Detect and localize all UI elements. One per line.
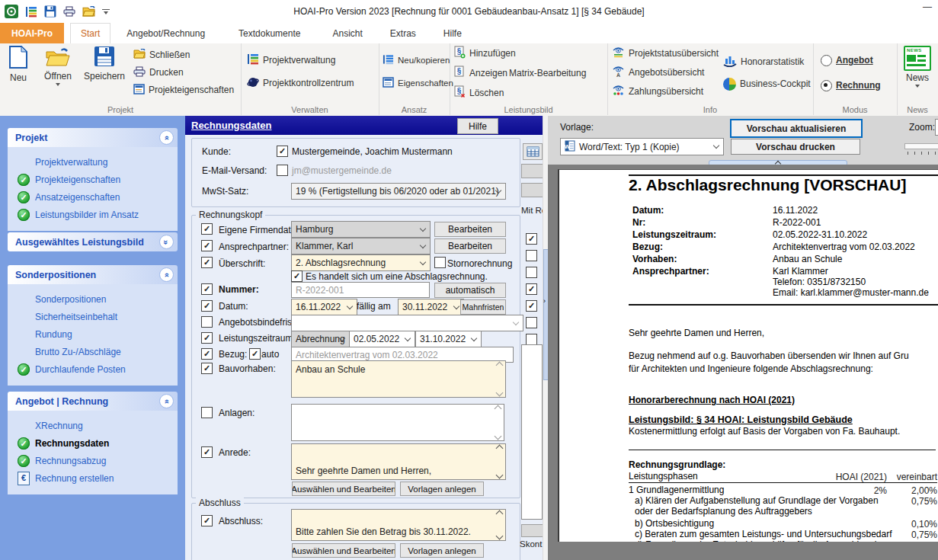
ueberschrift-select[interactable]: 2. Abschlagsrechnung xyxy=(291,254,431,271)
angebotsbindefrist-checkbox[interactable] xyxy=(201,316,213,328)
collapse-chevron-icon[interactable]: » xyxy=(159,394,174,408)
sidebar-item-rechnung-erstellen[interactable]: Rechnung erstellen xyxy=(8,469,178,487)
tab-start[interactable]: Start xyxy=(70,23,110,43)
vorschau-drucken-button[interactable]: Vorschau drucken xyxy=(731,139,860,155)
anzeigen-button[interactable]: § Anzeigen xyxy=(454,66,507,80)
loeschen-button[interactable]: § Löschen xyxy=(454,86,504,100)
bezug-checkbox[interactable] xyxy=(201,348,213,360)
sidebar-item-brutto[interactable]: Brutto Zu-/Abschläge xyxy=(8,343,178,360)
sidebar-item-leistungsbilder[interactable]: Leistungsbilder im Ansatz xyxy=(8,206,178,223)
eigenschaften-button[interactable]: Eigenschaften xyxy=(383,76,453,90)
sidebar-item-durchlaufende-posten[interactable]: Durchlaufende Posten xyxy=(8,360,178,378)
abschlagsrechnung-checkbox[interactable] xyxy=(291,270,303,282)
leistungszeitraum-checkbox[interactable] xyxy=(201,332,213,344)
modus-rechnung-radio[interactable]: Rechnung xyxy=(821,78,881,92)
abschluss-textarea[interactable]: Bitte zahlen Sie den Betrag bis 30.11.20… xyxy=(291,509,506,541)
tab-hilfe[interactable]: Hilfe xyxy=(434,23,472,43)
projektkontrollzentrum-button[interactable]: Projektkontrollzentrum xyxy=(247,76,354,90)
mit-rechnung-checkbox[interactable] xyxy=(526,233,537,245)
nummer-checkbox[interactable] xyxy=(201,283,213,295)
automatisch-button[interactable]: automatisch xyxy=(434,283,506,298)
angebotsbindefrist-select[interactable] xyxy=(291,315,523,331)
tab-extras[interactable]: Extras xyxy=(380,23,426,43)
modus-angebot-radio[interactable]: Angebot xyxy=(821,53,873,67)
tab-textdokumente[interactable]: Textdokumente xyxy=(229,23,310,43)
ansprechpartner-checkbox[interactable] xyxy=(201,240,213,251)
zeitraum-von-select[interactable]: 02.05.2022 xyxy=(349,331,415,347)
hilfe-button[interactable]: Hilfe xyxy=(457,118,498,134)
nummer-input[interactable]: R-2022-001 xyxy=(291,282,430,298)
projektverwaltung-button[interactable]: Projektverwaltung xyxy=(247,53,335,67)
anrede-auswaehlen-button[interactable]: Auswählen und Bearbeiten xyxy=(292,482,395,496)
sidebar-section-header[interactable]: Angebot | Rechnung » xyxy=(8,392,178,411)
bauvorhaben-textarea[interactable]: Anbau an Schule xyxy=(291,360,506,398)
scroll-arrows[interactable] xyxy=(494,406,502,439)
hinzufuegen-button[interactable]: § Hinzufügen xyxy=(454,46,516,60)
mwst-select[interactable]: 19 % (Fertigstellung bis 06/2020 oder ab… xyxy=(291,183,506,200)
schliessen-button[interactable]: Schließen xyxy=(133,48,190,62)
customize-quickaccess-icon[interactable] xyxy=(102,9,110,14)
sidebar-item-xrechnung[interactable]: XRechnung xyxy=(8,417,178,434)
mit-rechnung-checkbox[interactable] xyxy=(526,317,537,328)
zeitraum-bis-select[interactable]: 31.10.2022 xyxy=(415,331,482,347)
email-versand-checkbox[interactable] xyxy=(277,165,288,176)
tab-ansicht[interactable]: Ansicht xyxy=(322,23,372,43)
mit-rechnung-checkbox[interactable] xyxy=(526,334,537,345)
kunde-checkbox[interactable] xyxy=(277,146,288,157)
side-listbox[interactable] xyxy=(521,344,543,520)
zoom-input[interactable] xyxy=(935,119,938,136)
sidebar-section-header[interactable]: Sonderpositionen » xyxy=(8,265,178,284)
projekteigenschaften-button[interactable]: Projekteigenschaften xyxy=(133,83,234,97)
bauvorhaben-checkbox[interactable] xyxy=(201,363,213,374)
sidebar-item-sonderpositionen[interactable]: Sonderpositionen xyxy=(8,290,178,308)
angebotsuebersicht-button[interactable]: A Angebotsübersicht xyxy=(612,66,704,79)
zeitraum-modus-select[interactable]: Abrechnung xyxy=(291,331,350,347)
kunden-tabelle-button[interactable] xyxy=(523,143,543,160)
oeffnen-button[interactable]: Öffnen xyxy=(38,46,78,86)
neu-button[interactable]: Neu xyxy=(2,46,35,83)
project-list-icon[interactable] xyxy=(25,6,37,18)
honorarstatistik-button[interactable]: Honorarstatistik xyxy=(723,55,804,69)
sidebar-item-rechnungsabzug[interactable]: Rechnungsabzug xyxy=(8,452,178,469)
radio-icon[interactable] xyxy=(821,55,832,66)
matrix-bearbeitung-button[interactable]: Matrix-Bearbeitung xyxy=(509,66,586,80)
sidebar-item-rundung[interactable]: Rundung xyxy=(8,325,178,343)
abschluss-vorlagen-button[interactable]: Vorlagen anlegen xyxy=(400,543,484,558)
mahnfristen-button[interactable]: Mahnfristen xyxy=(460,299,506,315)
anrede-checkbox[interactable] xyxy=(201,446,213,458)
mit-rechnung-checkbox[interactable] xyxy=(526,300,537,312)
app-logo-icon[interactable] xyxy=(5,5,18,18)
speichern-button[interactable]: Speichern xyxy=(81,46,128,82)
mit-rechnung-checkbox[interactable] xyxy=(526,283,537,295)
stornorechnung-checkbox[interactable] xyxy=(434,257,446,268)
neu-kopieren-button[interactable]: Neu/kopieren xyxy=(383,53,450,67)
sidebar-item-projektverwaltung[interactable]: Projektverwaltung xyxy=(8,153,178,171)
collapse-chevron-icon[interactable]: » xyxy=(159,267,174,282)
firmendaten-checkbox[interactable] xyxy=(201,223,213,235)
faellig-select[interactable]: 30.11.2022 xyxy=(398,299,464,315)
mit-rechnung-checkbox[interactable] xyxy=(526,250,537,261)
splitter-arrow-icon[interactable]: › xyxy=(543,297,546,305)
drucken-button[interactable]: Drucken xyxy=(133,66,184,79)
side-button-3[interactable] xyxy=(521,524,543,537)
bezug-auto-checkbox[interactable] xyxy=(249,348,261,360)
firmendaten-select[interactable]: Hamburg xyxy=(291,221,431,238)
save-icon[interactable] xyxy=(44,5,56,18)
ansprechpartner-bearbeiten-button[interactable]: Bearbeiten xyxy=(434,238,506,254)
abschluss-auswaehlen-button[interactable]: Auswählen und Bearbeiten xyxy=(292,543,395,558)
anlagen-checkbox[interactable] xyxy=(201,407,213,418)
vorschau-aktualisieren-button[interactable]: Vorschau aktualisieren xyxy=(730,119,863,138)
sidebar-item-sicherheitseinbehalt[interactable]: Sicherheitseinbehalt xyxy=(8,308,178,325)
datum-select[interactable]: 16.11.2022 xyxy=(291,299,357,315)
mit-rechnung-checkbox[interactable] xyxy=(526,267,537,278)
tab-angebot-rechnung[interactable]: Angebot/Rechnung xyxy=(117,23,215,43)
ueberschrift-checkbox[interactable] xyxy=(201,257,213,268)
projektstatusuebersicht-button[interactable]: Projektstatusübersicht xyxy=(612,46,719,60)
anlagen-textarea[interactable] xyxy=(291,404,504,441)
anrede-vorlagen-button[interactable]: Vorlagen anlegen xyxy=(400,482,484,496)
zoom-slider[interactable] xyxy=(904,143,938,149)
sidebar-item-rechnungsdaten[interactable]: Rechnungsdaten xyxy=(8,434,178,452)
scrollbar[interactable] xyxy=(495,511,504,539)
radio-icon[interactable] xyxy=(821,80,832,91)
side-button-1[interactable] xyxy=(521,164,543,178)
